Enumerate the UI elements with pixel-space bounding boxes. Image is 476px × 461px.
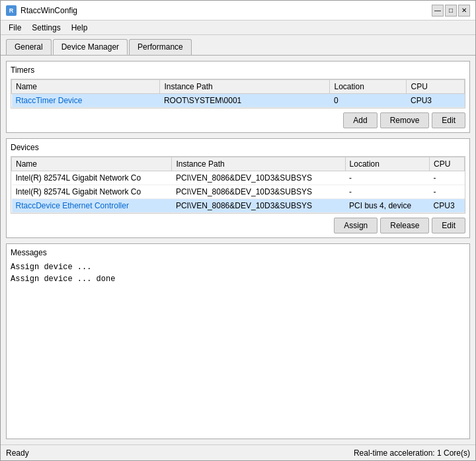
main-window: R RtaccWinConfig — □ ✕ File Settings Hel… xyxy=(0,0,476,461)
timers-col-cpu: CPU xyxy=(407,80,465,94)
timers-col-instance: Instance Path xyxy=(160,80,330,94)
devices-assign-button[interactable]: Assign xyxy=(334,218,377,233)
device-instance-1: PCI\VEN_8086&DEV_10D3&SUBSYS xyxy=(172,185,345,199)
timers-col-name: Name xyxy=(12,80,160,94)
menu-settings[interactable]: Settings xyxy=(26,22,65,34)
tab-performance[interactable]: Performance xyxy=(129,39,192,55)
timers-edit-button[interactable]: Edit xyxy=(432,112,465,128)
device-cpu-2: CPU3 xyxy=(430,199,465,213)
app-icon: R xyxy=(6,5,17,16)
device-cpu-0: - xyxy=(430,171,465,185)
devices-header-row: Name Instance Path Location CPU xyxy=(12,157,465,171)
device-cpu-1: - xyxy=(430,185,465,199)
timer-instance-path: ROOT\SYSTEM\0001 xyxy=(160,94,330,108)
status-left: Ready xyxy=(6,448,29,458)
timers-button-row: Add Remove Edit xyxy=(11,112,465,128)
devices-title: Devices xyxy=(11,143,465,152)
status-right: Real-time acceleration: 1 Core(s) xyxy=(354,448,470,458)
menu-file[interactable]: File xyxy=(3,22,26,34)
status-bar: Ready Real-time acceleration: 1 Core(s) xyxy=(1,444,475,460)
timers-col-location: Location xyxy=(330,80,407,94)
table-row[interactable]: Intel(R) 82574L Gigabit Network Co PCI\V… xyxy=(12,185,465,199)
devices-table: Name Instance Path Location CPU Intel(R)… xyxy=(11,157,465,213)
device-location-1: - xyxy=(345,185,429,199)
timer-name: RtaccTimer Device xyxy=(12,94,160,108)
tab-general[interactable]: General xyxy=(6,39,52,55)
timer-location: 0 xyxy=(330,94,407,108)
devices-button-row: Assign Release Edit xyxy=(11,218,465,233)
tab-content: Timers Name Instance Path Location CPU R… xyxy=(1,55,475,444)
messages-section: Messages Assign device ... Assign device… xyxy=(6,243,470,439)
timers-section: Timers Name Instance Path Location CPU R… xyxy=(6,61,470,133)
message-line-1: Assign device ... done xyxy=(11,273,465,285)
table-row[interactable]: RtaccDevice Ethernet Controller PCI\VEN_… xyxy=(12,199,465,213)
timer-cpu: CPU3 xyxy=(407,94,465,108)
title-bar-left: R RtaccWinConfig xyxy=(6,5,77,16)
timers-remove-button[interactable]: Remove xyxy=(380,112,430,128)
table-row[interactable]: RtaccTimer Device ROOT\SYSTEM\0001 0 CPU… xyxy=(12,94,465,108)
device-location-0: - xyxy=(345,171,429,185)
message-line-0: Assign device ... xyxy=(11,261,465,273)
devices-section: Devices Name Instance Path Location CPU … xyxy=(6,138,470,238)
tab-device-manager[interactable]: Device Manager xyxy=(53,39,128,55)
timers-title: Timers xyxy=(11,65,465,75)
device-name-1: Intel(R) 82574L Gigabit Network Co xyxy=(12,185,172,199)
device-instance-0: PCI\VEN_8086&DEV_10D3&SUBSYS xyxy=(172,171,345,185)
devices-col-location: Location xyxy=(345,157,429,171)
timers-header-row: Name Instance Path Location CPU xyxy=(12,80,465,94)
maximize-button[interactable]: □ xyxy=(445,5,457,17)
device-name-0: Intel(R) 82574L Gigabit Network Co xyxy=(12,171,172,185)
device-name-2: RtaccDevice Ethernet Controller xyxy=(12,199,172,213)
timers-add-button[interactable]: Add xyxy=(343,112,377,128)
devices-col-name: Name xyxy=(12,157,172,171)
devices-table-container: Name Instance Path Location CPU Intel(R)… xyxy=(11,156,465,214)
menu-bar: File Settings Help xyxy=(1,21,475,35)
timers-table: Name Instance Path Location CPU RtaccTim… xyxy=(11,79,465,108)
devices-release-button[interactable]: Release xyxy=(380,218,429,233)
minimize-button[interactable]: — xyxy=(432,5,444,17)
title-bar: R RtaccWinConfig — □ ✕ xyxy=(1,1,475,21)
close-button[interactable]: ✕ xyxy=(458,5,470,17)
device-instance-2: PCI\VEN_8086&DEV_10D3&SUBSYS xyxy=(172,199,345,213)
devices-col-instance: Instance Path xyxy=(172,157,345,171)
devices-col-cpu: CPU xyxy=(430,157,465,171)
timers-table-container: Name Instance Path Location CPU RtaccTim… xyxy=(11,79,465,108)
title-controls: — □ ✕ xyxy=(432,5,470,17)
table-row[interactable]: Intel(R) 82574L Gigabit Network Co PCI\V… xyxy=(12,171,465,185)
window-title: RtaccWinConfig xyxy=(20,6,77,15)
menu-help[interactable]: Help xyxy=(66,22,93,34)
devices-edit-button[interactable]: Edit xyxy=(432,218,465,233)
messages-content: Assign device ... Assign device ... done xyxy=(11,261,465,285)
messages-title: Messages xyxy=(11,248,465,257)
device-location-2: PCI bus 4, device xyxy=(345,199,429,213)
tab-bar: General Device Manager Performance xyxy=(1,35,475,55)
